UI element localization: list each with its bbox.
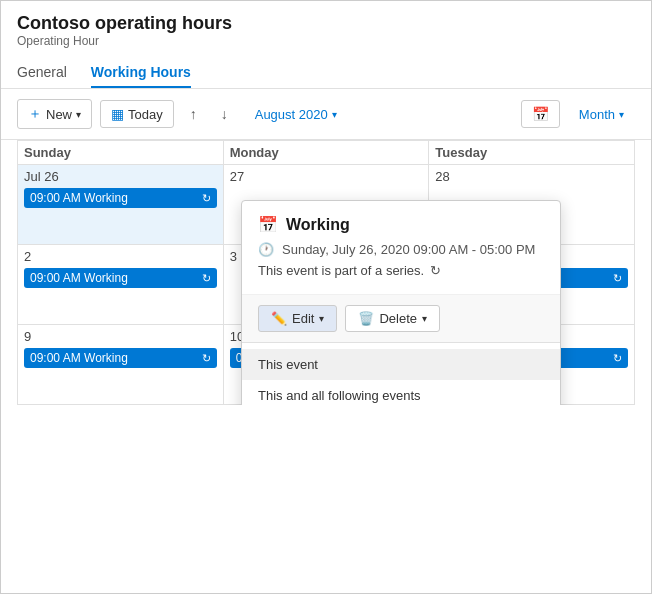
app-subtitle: Operating Hour bbox=[17, 34, 635, 48]
cal-event-jul26-text: 09:00 AM Working bbox=[30, 191, 198, 205]
popup-title: Working bbox=[286, 216, 350, 234]
cal-date-jul26: Jul 26 bbox=[24, 169, 217, 184]
sync-series-icon: ↻ bbox=[430, 263, 441, 278]
clock-icon: 🕐 bbox=[258, 242, 274, 257]
plus-icon: ＋ bbox=[28, 105, 42, 123]
tab-working-hours[interactable]: Working Hours bbox=[91, 56, 191, 88]
new-button[interactable]: ＋ New ▾ bbox=[17, 99, 92, 129]
sync-icon-6: ↻ bbox=[613, 352, 622, 365]
cal-event-aug9[interactable]: 09:00 AM Working ↻ bbox=[24, 348, 217, 368]
app-title: Contoso operating hours bbox=[17, 13, 635, 34]
new-label: New bbox=[46, 107, 72, 122]
day-header-sunday: Sunday bbox=[18, 141, 224, 165]
chevron-down-icon: ▾ bbox=[76, 109, 81, 120]
sync-icon-3: ↻ bbox=[613, 272, 622, 285]
popup-header: 📅 Working 🕐 Sunday, July 26, 2020 09:00 … bbox=[242, 201, 560, 295]
popup-title-row: 📅 Working bbox=[258, 215, 544, 234]
popup-datetime-row: 🕐 Sunday, July 26, 2020 09:00 AM - 05:00… bbox=[258, 242, 544, 257]
sync-icon: ↻ bbox=[202, 192, 211, 205]
tabs: General Working Hours bbox=[17, 56, 635, 88]
today-button[interactable]: ▦ Today bbox=[100, 100, 174, 128]
tab-general[interactable]: General bbox=[17, 56, 67, 88]
calendar-area: Sunday Monday Tuesday Jul 26 09:00 AM Wo… bbox=[1, 140, 651, 405]
date-chevron-icon: ▾ bbox=[332, 109, 337, 120]
day-header-monday: Monday bbox=[224, 141, 430, 165]
menu-item-this-event[interactable]: This event bbox=[242, 349, 560, 380]
sync-icon-2: ↻ bbox=[202, 272, 211, 285]
next-button[interactable]: ↓ bbox=[213, 101, 236, 127]
popup-series-text: This event is part of a series. bbox=[258, 263, 424, 278]
cal-cell-aug9: 9 09:00 AM Working ↻ bbox=[18, 325, 224, 405]
cal-event-aug2[interactable]: 09:00 AM Working ↻ bbox=[24, 268, 217, 288]
date-range-button[interactable]: August 2020 ▾ bbox=[244, 101, 348, 128]
popup-series-row: This event is part of a series. ↻ bbox=[258, 263, 544, 286]
cal-cell-jul26: Jul 26 09:00 AM Working ↻ bbox=[18, 165, 224, 245]
edit-button[interactable]: ✏️ Edit ▾ bbox=[258, 305, 337, 332]
sync-icon-4: ↻ bbox=[202, 352, 211, 365]
event-popup: 📅 Working 🕐 Sunday, July 26, 2020 09:00 … bbox=[241, 200, 561, 405]
delete-label: Delete bbox=[379, 311, 417, 326]
delete-chevron-icon: ▾ bbox=[422, 313, 427, 324]
popup-menu: This event This and all following events… bbox=[242, 343, 560, 405]
delete-button[interactable]: 🗑️ Delete ▾ bbox=[345, 305, 440, 332]
view-mode-button[interactable]: Month ▾ bbox=[568, 101, 635, 128]
edit-icon: ✏️ bbox=[271, 311, 287, 326]
calendar-today-icon: ▦ bbox=[111, 106, 124, 122]
cal-date-jul27: 27 bbox=[230, 169, 423, 184]
menu-item-following-events[interactable]: This and all following events bbox=[242, 380, 560, 405]
cal-cell-aug2: 2 09:00 AM Working ↻ bbox=[18, 245, 224, 325]
cal-event-aug9-text: 09:00 AM Working bbox=[30, 351, 198, 365]
calendar-icon: 📅 bbox=[258, 215, 278, 234]
popup-actions: ✏️ Edit ▾ 🗑️ Delete ▾ bbox=[242, 295, 560, 343]
app-header: Contoso operating hours Operating Hour G… bbox=[1, 1, 651, 89]
view-calendar-button[interactable]: 📅 bbox=[521, 100, 560, 128]
edit-chevron-icon: ▾ bbox=[319, 313, 324, 324]
cal-date-aug9: 9 bbox=[24, 329, 217, 344]
prev-button[interactable]: ↑ bbox=[182, 101, 205, 127]
cal-date-jul28: 28 bbox=[435, 169, 628, 184]
date-range-label: August 2020 bbox=[255, 107, 328, 122]
edit-label: Edit bbox=[292, 311, 314, 326]
today-label: Today bbox=[128, 107, 163, 122]
view-mode-label: Month bbox=[579, 107, 615, 122]
trash-icon: 🗑️ bbox=[358, 311, 374, 326]
calendar-grid-icon: 📅 bbox=[532, 106, 549, 122]
popup-datetime: Sunday, July 26, 2020 09:00 AM - 05:00 P… bbox=[282, 242, 535, 257]
cal-event-aug2-text: 09:00 AM Working bbox=[30, 271, 198, 285]
toolbar: ＋ New ▾ ▦ Today ↑ ↓ August 2020 ▾ 📅 Mont… bbox=[1, 89, 651, 140]
day-header-tuesday: Tuesday bbox=[429, 141, 635, 165]
cal-date-aug2: 2 bbox=[24, 249, 217, 264]
cal-event-jul26[interactable]: 09:00 AM Working ↻ bbox=[24, 188, 217, 208]
view-chevron-icon: ▾ bbox=[619, 109, 624, 120]
